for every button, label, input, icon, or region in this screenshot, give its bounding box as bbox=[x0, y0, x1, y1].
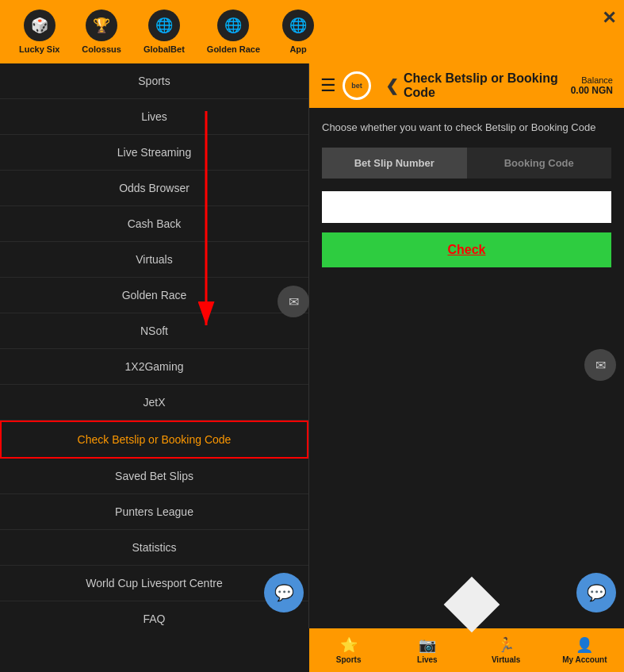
sidebar-item-world-cup[interactable]: World Cup Livesport Centre bbox=[0, 566, 308, 601]
nav-globalbet-label: GlobalBet bbox=[144, 44, 185, 54]
app-icon: 🌐 bbox=[282, 10, 314, 41]
lives-nav-icon: 📷 bbox=[419, 636, 436, 654]
sidebar-item-cash-back[interactable]: Cash Back bbox=[0, 206, 308, 242]
chat-button-right[interactable]: 💬 bbox=[576, 573, 616, 612]
lives-nav-label: Lives bbox=[417, 655, 438, 664]
betslip-input[interactable] bbox=[322, 191, 611, 223]
nav-app[interactable]: 🌐 App bbox=[271, 5, 325, 59]
bottom-nav-lives[interactable]: 📷 Lives bbox=[388, 633, 466, 667]
chat-button-left[interactable]: 💬 bbox=[264, 573, 304, 612]
sidebar-email-button[interactable]: ✉ bbox=[278, 286, 309, 317]
sidebar-item-punters-league[interactable]: Punters League bbox=[0, 494, 308, 530]
lucky-six-icon: 🎲 bbox=[24, 10, 56, 41]
tab-bet-slip-number[interactable]: Bet Slip Number bbox=[322, 148, 467, 179]
nav-globalbet[interactable]: 🌐 GlobalBet bbox=[132, 5, 196, 59]
description-text: Choose whether you want to check Betslip… bbox=[322, 121, 611, 135]
right-content: Choose whether you want to check Betslip… bbox=[309, 108, 624, 628]
coin-icon: bet bbox=[343, 71, 371, 100]
sidebar-item-sports[interactable]: Sports bbox=[0, 63, 308, 99]
virtuals-nav-icon: 🏃 bbox=[497, 636, 515, 654]
nav-colossus-label: Colossus bbox=[82, 44, 121, 54]
sidebar-item-statistics[interactable]: Statistics bbox=[0, 530, 308, 566]
sidebar-item-1x2gaming[interactable]: 1X2Gaming bbox=[0, 349, 308, 385]
tab-buttons: Bet Slip Number Booking Code bbox=[322, 148, 611, 179]
right-panel: ☰ bet ❮ Check Betslip or Booking Code Ba… bbox=[309, 63, 624, 628]
right-email-button[interactable]: ✉ bbox=[584, 349, 616, 381]
bottom-nav-virtuals[interactable]: 🏃 Virtuals bbox=[467, 633, 546, 667]
nav-golden-race-label: Golden Race bbox=[207, 44, 260, 54]
sidebar-item-golden-race[interactable]: Golden Race bbox=[0, 278, 308, 313]
sidebar-item-live-streaming[interactable]: Live Streaming bbox=[0, 135, 308, 171]
sidebar-item-virtuals[interactable]: Virtuals bbox=[0, 242, 308, 278]
sidebar-item-faq[interactable]: FAQ bbox=[0, 601, 308, 628]
sidebar-item-check-betslip[interactable]: Check Betslip or Booking Code bbox=[0, 420, 308, 459]
main-layout: Sports Lives Live Streaming Odds Browser… bbox=[0, 63, 624, 628]
nav-icons: 🎲 Lucky Six 🏆 Colossus 🌐 GlobalBet 🌐 Gol… bbox=[0, 5, 325, 59]
balance-label: Balance bbox=[581, 75, 613, 85]
sidebar: Sports Lives Live Streaming Odds Browser… bbox=[0, 63, 309, 628]
nav-golden-race[interactable]: 🌐 Golden Race bbox=[196, 5, 271, 59]
balance-value: 0.00 NGN bbox=[571, 85, 613, 96]
nav-lucky-six[interactable]: 🎲 Lucky Six bbox=[8, 5, 71, 59]
sidebar-item-saved-bet-slips[interactable]: Saved Bet Slips bbox=[0, 459, 308, 494]
my-account-nav-label: My Account bbox=[562, 655, 607, 664]
back-button[interactable]: ❮ bbox=[385, 76, 399, 95]
virtuals-nav-label: Virtuals bbox=[492, 655, 521, 664]
colossus-icon: 🏆 bbox=[86, 10, 117, 41]
nav-colossus[interactable]: 🏆 Colossus bbox=[71, 5, 132, 59]
right-panel-title: Check Betslip or Booking Code bbox=[404, 71, 563, 100]
top-header: 🎲 Lucky Six 🏆 Colossus 🌐 GlobalBet 🌐 Gol… bbox=[0, 0, 624, 63]
nav-app-label: App bbox=[289, 44, 306, 54]
sports-nav-label: Sports bbox=[336, 655, 362, 664]
tab-booking-code[interactable]: Booking Code bbox=[467, 148, 612, 179]
bottom-nav-my-account[interactable]: 👤 My Account bbox=[546, 633, 624, 667]
bottom-nav-sports[interactable]: ⭐ Sports bbox=[309, 633, 388, 667]
bottom-nav: ⭐ Sports 📷 Lives 🏃 Virtuals 👤 My Account bbox=[309, 628, 624, 672]
check-button[interactable]: Check bbox=[322, 232, 611, 267]
sidebar-item-jetx[interactable]: JetX bbox=[0, 385, 308, 420]
right-panel-header: ☰ bet ❮ Check Betslip or Booking Code Ba… bbox=[309, 63, 624, 108]
globalbet-icon: 🌐 bbox=[148, 10, 180, 41]
sports-nav-icon: ⭐ bbox=[340, 636, 358, 654]
nav-lucky-six-label: Lucky Six bbox=[19, 44, 59, 54]
sidebar-item-nsoft[interactable]: NSoft bbox=[0, 313, 308, 349]
hamburger-icon[interactable]: ☰ bbox=[320, 75, 336, 96]
my-account-nav-icon: 👤 bbox=[576, 636, 593, 654]
balance-area: Balance 0.00 NGN bbox=[571, 75, 613, 96]
sidebar-item-odds-browser[interactable]: Odds Browser bbox=[0, 171, 308, 206]
sidebar-item-lives[interactable]: Lives bbox=[0, 99, 308, 135]
close-button[interactable]: ✕ bbox=[602, 8, 616, 29]
golden-race-icon: 🌐 bbox=[217, 10, 249, 41]
